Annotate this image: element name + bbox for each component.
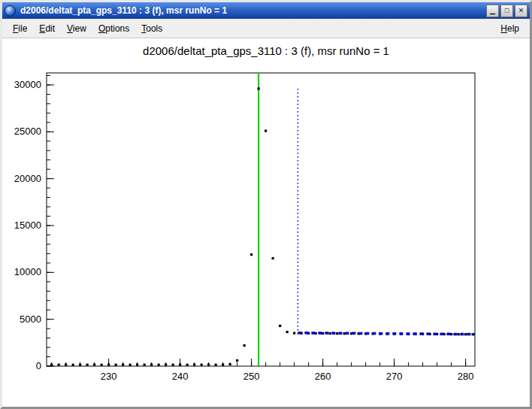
x-axis: 230240250260270280: [52, 359, 474, 382]
menu-file[interactable]: File: [7, 21, 33, 36]
x-tick-label: 260: [315, 371, 331, 382]
data-point: [336, 332, 338, 335]
data-point: [50, 364, 53, 366]
minimize-button[interactable]: ▁: [486, 5, 499, 17]
data-point: [458, 333, 460, 335]
data-point: [172, 364, 174, 366]
canvas-area[interactable]: d2006/deltat_pta_gps_3110 : 3 (f), msr r…: [2, 38, 530, 407]
close-icon: ✕: [518, 8, 524, 14]
maximize-button[interactable]: □: [500, 5, 513, 17]
data-point: [107, 364, 110, 366]
data-point: [250, 253, 252, 256]
y-tick-label: 30000: [14, 79, 41, 90]
data-point: [144, 364, 146, 366]
y-tick-label: 25000: [14, 126, 41, 137]
menu-tools[interactable]: Tools: [135, 21, 168, 36]
data-point: [101, 364, 103, 366]
data-point: [207, 364, 210, 366]
window: d2006/deltat_pta_gps_3110 : 3 (f), msr r…: [0, 0, 532, 409]
data-points: [50, 87, 474, 366]
data-point: [472, 333, 474, 335]
window-title: d2006/deltat_pta_gps_3110 : 3 (f), msr r…: [20, 5, 486, 16]
data-point: [264, 129, 267, 132]
data-point: [272, 257, 274, 259]
data-point: [215, 364, 217, 366]
data-point: [201, 364, 203, 366]
data-point: [65, 364, 67, 366]
y-tick-label: 5000: [20, 314, 41, 325]
data-point: [222, 363, 224, 365]
data-point: [279, 325, 281, 327]
background-level-line: [298, 333, 475, 335]
data-point: [450, 333, 452, 335]
x-tick-label: 280: [458, 371, 474, 382]
data-point: [186, 364, 189, 366]
y-tick-label: 0: [36, 360, 41, 371]
y-tick-label: 10000: [14, 266, 41, 277]
data-point: [158, 364, 160, 366]
data-point: [322, 332, 324, 335]
data-point: [179, 364, 181, 366]
data-point: [72, 364, 74, 366]
menu-view[interactable]: View: [61, 21, 92, 36]
data-point: [293, 332, 295, 335]
data-point: [193, 364, 195, 366]
menu-edit[interactable]: Edit: [33, 21, 61, 36]
y-axis: 050001000015000200002500030000: [14, 75, 54, 371]
data-point: [243, 344, 246, 347]
x-tick-label: 230: [101, 371, 117, 382]
data-point: [93, 364, 95, 366]
menu-help[interactable]: Help: [494, 21, 525, 36]
data-point: [229, 363, 231, 365]
minimize-icon: ▁: [490, 8, 495, 14]
data-point: [136, 364, 138, 366]
data-point: [329, 332, 331, 335]
x-tick-label: 270: [386, 371, 403, 382]
data-point: [122, 364, 124, 366]
y-tick-label: 20000: [14, 173, 41, 184]
data-point: [58, 364, 60, 366]
menu-options[interactable]: Options: [92, 21, 135, 36]
y-tick-label: 15000: [14, 220, 41, 231]
plot-frame: [47, 73, 475, 366]
menubar: File Edit View Options Tools Help: [2, 19, 530, 38]
window-controls: ▁ □ ✕: [486, 5, 527, 17]
data-point: [129, 364, 131, 366]
data-point: [86, 364, 89, 366]
app-icon[interactable]: [5, 5, 16, 17]
reference-lines-above: [298, 86, 475, 334]
x-tick-label: 240: [172, 371, 189, 382]
data-point: [258, 87, 260, 89]
x-tick-label: 250: [243, 371, 260, 382]
close-button[interactable]: ✕: [515, 5, 527, 17]
data-point: [165, 364, 167, 366]
data-point: [464, 333, 467, 335]
data-point: [286, 331, 289, 333]
data-point: [115, 364, 117, 366]
histogram-chart[interactable]: 2302402502602702800500010000150002000025…: [2, 38, 530, 407]
data-point: [150, 364, 153, 366]
data-point: [343, 332, 346, 335]
maximize-icon: □: [505, 8, 509, 14]
data-point: [79, 364, 81, 366]
data-point: [236, 359, 238, 362]
titlebar[interactable]: d2006/deltat_pta_gps_3110 : 3 (f), msr r…: [2, 2, 530, 19]
